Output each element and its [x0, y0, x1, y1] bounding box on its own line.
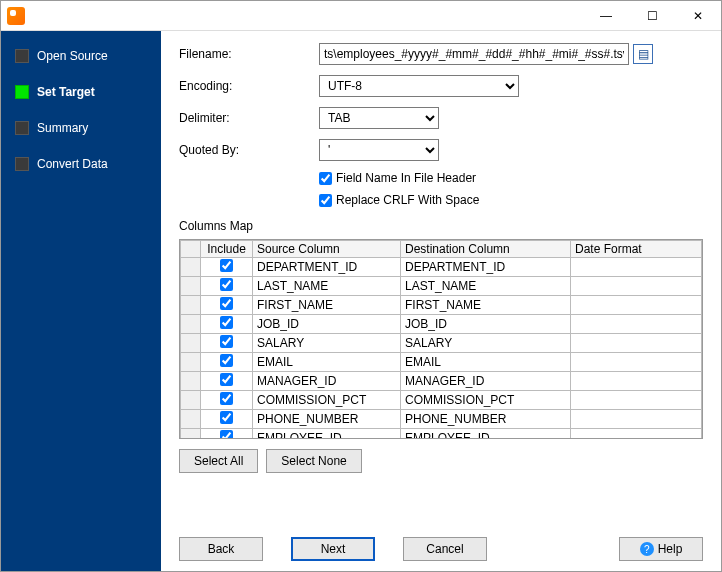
col-include-header[interactable]: Include	[201, 241, 253, 258]
include-cell[interactable]	[201, 296, 253, 315]
source-cell[interactable]: JOB_ID	[253, 315, 401, 334]
source-cell[interactable]: DEPARTMENT_ID	[253, 258, 401, 277]
table-row[interactable]: PHONE_NUMBERPHONE_NUMBER	[181, 410, 702, 429]
datefmt-cell[interactable]	[571, 258, 702, 277]
replace-crlf-checkbox[interactable]	[319, 194, 332, 207]
next-button[interactable]: Next	[291, 537, 375, 561]
delimiter-select[interactable]: TAB	[319, 107, 439, 129]
help-button[interactable]: ?Help	[619, 537, 703, 561]
include-checkbox[interactable]	[220, 411, 233, 424]
row-header[interactable]	[181, 353, 201, 372]
source-cell[interactable]: COMMISSION_PCT	[253, 391, 401, 410]
dest-cell[interactable]: PHONE_NUMBER	[401, 410, 571, 429]
dest-cell[interactable]: EMAIL	[401, 353, 571, 372]
row-header[interactable]	[181, 391, 201, 410]
dest-cell[interactable]: DEPARTMENT_ID	[401, 258, 571, 277]
include-checkbox[interactable]	[220, 430, 233, 439]
delimiter-label: Delimiter:	[179, 111, 319, 125]
table-row[interactable]: DEPARTMENT_IDDEPARTMENT_ID	[181, 258, 702, 277]
content: Filename: ▤ Encoding: UTF-8 Delimiter: T…	[161, 31, 721, 571]
source-cell[interactable]: EMPLOYEE_ID	[253, 429, 401, 440]
replace-crlf-label: Replace CRLF With Space	[336, 193, 479, 207]
step-set-target[interactable]: Set Target	[1, 81, 161, 103]
include-cell[interactable]	[201, 429, 253, 440]
table-row[interactable]: SALARYSALARY	[181, 334, 702, 353]
datefmt-cell[interactable]	[571, 296, 702, 315]
encoding-select[interactable]: UTF-8	[319, 75, 519, 97]
row-header[interactable]	[181, 296, 201, 315]
dest-cell[interactable]: COMMISSION_PCT	[401, 391, 571, 410]
include-checkbox[interactable]	[220, 373, 233, 386]
close-button[interactable]: ✕	[675, 1, 721, 31]
source-cell[interactable]: FIRST_NAME	[253, 296, 401, 315]
table-row[interactable]: EMAILEMAIL	[181, 353, 702, 372]
table-row[interactable]: JOB_IDJOB_ID	[181, 315, 702, 334]
include-checkbox[interactable]	[220, 354, 233, 367]
include-checkbox[interactable]	[220, 259, 233, 272]
include-checkbox[interactable]	[220, 278, 233, 291]
datefmt-cell[interactable]	[571, 391, 702, 410]
datefmt-cell[interactable]	[571, 315, 702, 334]
filename-label: Filename:	[179, 47, 319, 61]
include-cell[interactable]	[201, 315, 253, 334]
row-header[interactable]	[181, 258, 201, 277]
datefmt-cell[interactable]	[571, 410, 702, 429]
browse-button[interactable]: ▤	[633, 44, 653, 64]
dest-cell[interactable]: MANAGER_ID	[401, 372, 571, 391]
dest-cell[interactable]: SALARY	[401, 334, 571, 353]
step-open-source[interactable]: Open Source	[1, 45, 161, 67]
row-header[interactable]	[181, 429, 201, 440]
include-checkbox[interactable]	[220, 335, 233, 348]
select-none-button[interactable]: Select None	[266, 449, 361, 473]
row-header[interactable]	[181, 334, 201, 353]
row-header[interactable]	[181, 277, 201, 296]
dest-cell[interactable]: JOB_ID	[401, 315, 571, 334]
row-header[interactable]	[181, 315, 201, 334]
include-cell[interactable]	[201, 372, 253, 391]
source-cell[interactable]: PHONE_NUMBER	[253, 410, 401, 429]
include-checkbox[interactable]	[220, 297, 233, 310]
include-checkbox[interactable]	[220, 316, 233, 329]
source-cell[interactable]: MANAGER_ID	[253, 372, 401, 391]
col-source-header[interactable]: Source Column	[253, 241, 401, 258]
col-dest-header[interactable]: Destination Column	[401, 241, 571, 258]
include-cell[interactable]	[201, 277, 253, 296]
datefmt-cell[interactable]	[571, 277, 702, 296]
include-cell[interactable]	[201, 353, 253, 372]
dest-cell[interactable]: EMPLOYEE_ID	[401, 429, 571, 440]
include-cell[interactable]	[201, 258, 253, 277]
filename-input[interactable]	[319, 43, 629, 65]
datefmt-cell[interactable]	[571, 429, 702, 440]
include-cell[interactable]	[201, 410, 253, 429]
row-header[interactable]	[181, 372, 201, 391]
datefmt-cell[interactable]	[571, 334, 702, 353]
table-row[interactable]: COMMISSION_PCTCOMMISSION_PCT	[181, 391, 702, 410]
table-row[interactable]: EMPLOYEE_IDEMPLOYEE_ID	[181, 429, 702, 440]
step-summary[interactable]: Summary	[1, 117, 161, 139]
source-cell[interactable]: LAST_NAME	[253, 277, 401, 296]
dest-cell[interactable]: FIRST_NAME	[401, 296, 571, 315]
source-cell[interactable]: SALARY	[253, 334, 401, 353]
table-row[interactable]: MANAGER_IDMANAGER_ID	[181, 372, 702, 391]
encoding-label: Encoding:	[179, 79, 319, 93]
datefmt-cell[interactable]	[571, 353, 702, 372]
field-name-header-checkbox[interactable]	[319, 172, 332, 185]
select-all-button[interactable]: Select All	[179, 449, 258, 473]
minimize-button[interactable]: —	[583, 1, 629, 31]
source-cell[interactable]: EMAIL	[253, 353, 401, 372]
dest-cell[interactable]: LAST_NAME	[401, 277, 571, 296]
cancel-button[interactable]: Cancel	[403, 537, 487, 561]
table-row[interactable]: FIRST_NAMEFIRST_NAME	[181, 296, 702, 315]
col-datefmt-header[interactable]: Date Format	[571, 241, 702, 258]
quoted-by-select[interactable]: '	[319, 139, 439, 161]
row-header[interactable]	[181, 410, 201, 429]
grid-corner	[181, 241, 201, 258]
step-convert-data[interactable]: Convert Data	[1, 153, 161, 175]
datefmt-cell[interactable]	[571, 372, 702, 391]
maximize-button[interactable]: ☐	[629, 1, 675, 31]
include-cell[interactable]	[201, 334, 253, 353]
table-row[interactable]: LAST_NAMELAST_NAME	[181, 277, 702, 296]
include-cell[interactable]	[201, 391, 253, 410]
back-button[interactable]: Back	[179, 537, 263, 561]
include-checkbox[interactable]	[220, 392, 233, 405]
